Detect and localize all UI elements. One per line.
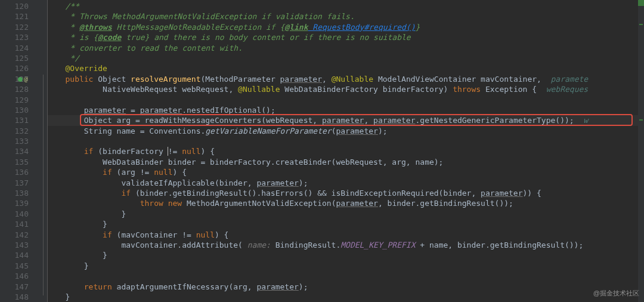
code-token: mavContainer.addAttribute( <box>65 241 247 249</box>
line-number: 143 <box>0 240 29 250</box>
code-line[interactable]: parameter = parameter.nestedIfOptional()… <box>48 105 644 115</box>
line-number: 142 <box>0 230 29 240</box>
code-line[interactable]: * @throws HttpMessageNotReadableExceptio… <box>48 22 644 32</box>
code-token: .getNestedGenericParameterType()); <box>416 116 584 125</box>
code-token: public <box>65 75 98 84</box>
line-number: 129 <box>0 95 29 105</box>
code-token: true} and there is no body content or if… <box>121 33 410 42</box>
line-number: 144 <box>0 250 29 260</box>
code-token <box>65 106 83 115</box>
code-line[interactable]: validateIfApplicable(binder, parameter); <box>48 178 644 188</box>
stripe-mark <box>639 24 643 25</box>
line-number: 125 <box>0 53 29 63</box>
code-line[interactable] <box>48 136 644 146</box>
code-token: ModelAndViewContainer mavContainer, <box>373 75 550 84</box>
code-token: MODEL_KEY_PREFIX <box>340 241 415 249</box>
code-token: WebDataBinderFactory binderFactory) <box>280 85 453 94</box>
code-token: parameter <box>84 106 126 115</box>
code-token: WebDataBinder binder = binderFactory.cre… <box>65 158 443 167</box>
code-token: parameter <box>256 282 298 291</box>
code-line[interactable] <box>48 95 644 105</box>
line-number: 133 <box>0 136 29 146</box>
code-token: parameter <box>280 75 322 84</box>
code-token: /** <box>65 2 79 11</box>
code-token: if <box>121 189 135 198</box>
code-token: null <box>182 147 200 156</box>
code-token: String name = Conventions. <box>65 127 205 135</box>
override-gutter-icon[interactable]: @ <box>18 74 28 84</box>
code-line[interactable]: * converter to read the content with. <box>48 43 644 53</box>
code-token: name: <box>247 241 275 249</box>
error-stripe <box>638 0 644 302</box>
code-token: w <box>583 116 588 125</box>
code-line[interactable]: public Object resolveArgument(MethodPara… <box>48 74 644 84</box>
code-token: } <box>65 261 88 270</box>
code-line[interactable]: String name = Conventions.getVariableNam… <box>48 126 644 136</box>
code-line[interactable]: throw new MethodArgumentNotValidExceptio… <box>48 198 644 208</box>
code-token <box>65 230 103 239</box>
code-token: null <box>196 230 215 239</box>
code-token: Object arg = readWithMessageConverters(w… <box>65 116 321 125</box>
code-token: @Override <box>65 64 107 73</box>
code-line[interactable]: @Override <box>48 63 644 73</box>
code-line[interactable]: NativeWebRequest webRequest, @Nullable W… <box>48 84 644 94</box>
code-token: parameter <box>322 116 364 125</box>
code-line[interactable]: WebDataBinder binder = binderFactory.cre… <box>48 157 644 167</box>
code-token: MethodArgumentNotValidException( <box>187 199 336 208</box>
line-number: 134 <box>0 146 29 156</box>
code-line[interactable]: if (binderFactory != null) { <box>48 146 644 156</box>
code-token: (MethodParameter <box>200 75 280 84</box>
code-line[interactable]: } <box>48 250 644 260</box>
code-line[interactable]: } <box>48 292 644 302</box>
watermark-text: @掘金技术社区 <box>593 288 639 298</box>
code-line[interactable]: return adaptArgumentIfNecessary(arg, par… <box>48 282 644 292</box>
code-line[interactable]: * Throws MethodArgumentNotValidException… <box>48 11 644 21</box>
line-number: 128 <box>0 84 29 94</box>
line-number: 124 <box>0 43 29 53</box>
code-token: @code <box>98 33 121 42</box>
line-number: 136 <box>0 167 29 177</box>
fold-strip <box>39 0 48 302</box>
line-number: 145 <box>0 261 29 271</box>
code-token: BindingResult. <box>275 241 341 249</box>
code-token: throw new <box>140 199 187 208</box>
line-number: 132 <box>0 126 29 136</box>
line-number: 121 <box>0 11 29 21</box>
line-number: 141 <box>0 219 29 229</box>
line-number: 138 <box>0 188 29 198</box>
code-line[interactable]: } <box>48 261 644 271</box>
code-token: adaptArgumentIfNecessary(arg, <box>117 282 257 291</box>
code-area[interactable]: /** * Throws MethodArgumentNotValidExcep… <box>48 0 644 302</box>
code-line[interactable]: if (binder.getBindingResult().hasErrors(… <box>48 188 644 198</box>
code-token: } <box>416 23 420 32</box>
line-number: 148 <box>0 292 29 302</box>
code-token: (arg != <box>117 168 154 177</box>
code-token: parameter <box>256 178 298 187</box>
code-token: parameter <box>336 127 377 135</box>
code-token: = <box>126 106 140 115</box>
line-number: 140 <box>0 209 29 219</box>
code-line[interactable]: */ <box>48 53 644 63</box>
code-line[interactable]: if (arg != null) { <box>48 167 644 177</box>
code-line[interactable]: * is {@code true} and there is no body c… <box>48 32 644 42</box>
code-line[interactable]: if (mavContainer != null) { <box>48 230 644 240</box>
code-editor[interactable]: @ 12012112212312412512612712812913013113… <box>0 0 644 302</box>
code-token: * is { <box>65 33 98 42</box>
code-line[interactable]: } <box>48 219 644 229</box>
line-number: 120 <box>0 1 29 11</box>
code-token: ) { <box>200 147 214 156</box>
code-token: } <box>65 209 126 218</box>
code-token: @Nullable <box>238 85 280 94</box>
code-token: if <box>103 230 116 239</box>
analysis-ok-icon <box>638 0 644 6</box>
code-line[interactable]: mavContainer.addAttribute( name: Binding… <box>48 240 644 250</box>
code-token: + name, binder.getBindingResult()); <box>416 241 584 249</box>
code-line[interactable]: } <box>48 209 644 219</box>
code-line[interactable] <box>48 271 644 281</box>
code-token <box>65 199 140 208</box>
line-number: 147 <box>0 282 29 292</box>
code-line[interactable]: Object arg = readWithMessageConverters(w… <box>48 115 644 125</box>
code-token: @link <box>284 23 308 32</box>
code-line[interactable]: /** <box>48 1 644 11</box>
code-token: webReques <box>546 85 588 94</box>
